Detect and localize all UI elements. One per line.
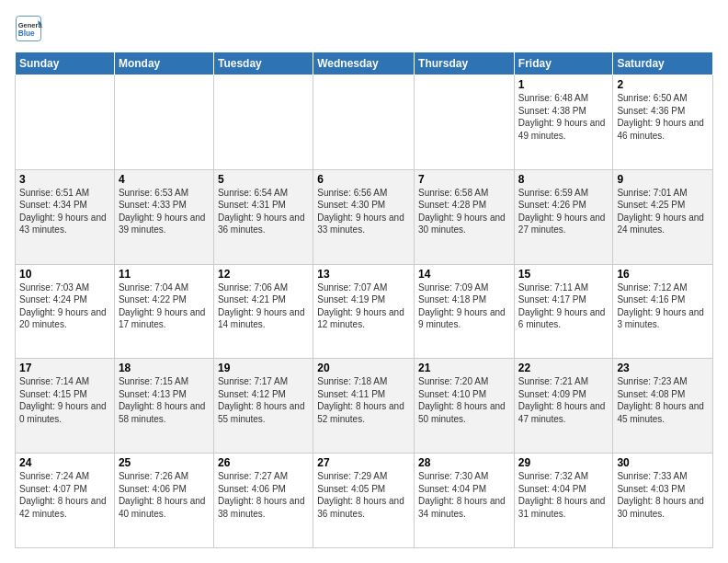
day-number: 2 <box>617 78 709 91</box>
day-number: 12 <box>218 268 309 281</box>
day-info: Sunrise: 7:17 AM Sunset: 4:12 PM Dayligh… <box>218 375 309 425</box>
day-info: Sunrise: 6:53 AM Sunset: 4:33 PM Dayligh… <box>119 187 210 236</box>
page: General Blue SundayMondayTuesdayWednesda… <box>0 0 728 563</box>
day-info: Sunrise: 6:51 AM Sunset: 4:34 PM Dayligh… <box>19 187 110 236</box>
day-number: 28 <box>418 456 510 469</box>
day-number: 19 <box>218 362 309 374</box>
day-number: 6 <box>317 173 410 186</box>
calendar-cell: 21Sunrise: 7:20 AM Sunset: 4:10 PM Dayli… <box>415 359 515 454</box>
day-number: 8 <box>518 173 609 186</box>
day-info: Sunrise: 6:59 AM Sunset: 4:26 PM Dayligh… <box>518 187 609 236</box>
calendar-cell: 13Sunrise: 7:07 AM Sunset: 4:19 PM Dayli… <box>313 264 415 359</box>
day-number: 1 <box>518 78 609 91</box>
calendar-cell: 30Sunrise: 7:33 AM Sunset: 4:03 PM Dayli… <box>613 454 713 548</box>
day-number: 24 <box>19 456 110 469</box>
day-number: 16 <box>617 268 709 281</box>
day-info: Sunrise: 7:32 AM Sunset: 4:04 PM Dayligh… <box>518 470 609 520</box>
day-info: Sunrise: 7:06 AM Sunset: 4:21 PM Dayligh… <box>218 282 309 331</box>
day-number: 3 <box>19 173 110 186</box>
day-info: Sunrise: 7:07 AM Sunset: 4:19 PM Dayligh… <box>317 282 410 331</box>
day-number: 17 <box>19 362 110 374</box>
day-info: Sunrise: 6:48 AM Sunset: 4:38 PM Dayligh… <box>518 92 609 142</box>
calendar-cell <box>415 75 515 170</box>
calendar-cell: 16Sunrise: 7:12 AM Sunset: 4:16 PM Dayli… <box>613 264 713 359</box>
logo-icon: General Blue <box>15 15 42 42</box>
calendar-cell: 24Sunrise: 7:24 AM Sunset: 4:07 PM Dayli… <box>16 454 115 548</box>
day-number: 25 <box>119 456 210 469</box>
col-header-monday: Monday <box>114 52 213 75</box>
day-info: Sunrise: 6:56 AM Sunset: 4:30 PM Dayligh… <box>317 187 410 236</box>
day-number: 13 <box>317 268 410 281</box>
calendar-cell <box>313 75 415 170</box>
day-number: 30 <box>617 456 709 469</box>
day-number: 11 <box>119 268 210 281</box>
calendar-cell <box>114 75 213 170</box>
day-info: Sunrise: 6:50 AM Sunset: 4:36 PM Dayligh… <box>617 92 709 142</box>
day-number: 23 <box>617 362 709 374</box>
day-info: Sunrise: 7:09 AM Sunset: 4:18 PM Dayligh… <box>418 282 510 331</box>
day-info: Sunrise: 7:33 AM Sunset: 4:03 PM Dayligh… <box>617 470 709 520</box>
col-header-wednesday: Wednesday <box>313 52 415 75</box>
day-info: Sunrise: 6:58 AM Sunset: 4:28 PM Dayligh… <box>418 187 510 236</box>
calendar-cell: 2Sunrise: 6:50 AM Sunset: 4:36 PM Daylig… <box>613 75 713 170</box>
day-info: Sunrise: 7:18 AM Sunset: 4:11 PM Dayligh… <box>317 375 410 425</box>
calendar-cell: 8Sunrise: 6:59 AM Sunset: 4:26 PM Daylig… <box>514 169 613 264</box>
col-header-tuesday: Tuesday <box>213 52 313 75</box>
calendar-cell: 17Sunrise: 7:14 AM Sunset: 4:15 PM Dayli… <box>16 359 115 454</box>
header: General Blue <box>15 15 713 42</box>
day-info: Sunrise: 7:23 AM Sunset: 4:08 PM Dayligh… <box>617 375 709 425</box>
calendar-cell: 27Sunrise: 7:29 AM Sunset: 4:05 PM Dayli… <box>313 454 415 548</box>
day-number: 14 <box>418 268 510 281</box>
day-number: 22 <box>518 362 609 374</box>
day-number: 9 <box>617 173 709 186</box>
day-number: 10 <box>19 268 110 281</box>
col-header-friday: Friday <box>514 52 613 75</box>
calendar-cell: 5Sunrise: 6:54 AM Sunset: 4:31 PM Daylig… <box>213 169 313 264</box>
calendar-cell: 23Sunrise: 7:23 AM Sunset: 4:08 PM Dayli… <box>613 359 713 454</box>
day-number: 27 <box>317 456 410 469</box>
day-info: Sunrise: 7:27 AM Sunset: 4:06 PM Dayligh… <box>218 470 309 520</box>
calendar-cell: 19Sunrise: 7:17 AM Sunset: 4:12 PM Dayli… <box>213 359 313 454</box>
col-header-sunday: Sunday <box>16 52 115 75</box>
day-number: 7 <box>418 173 510 186</box>
logo: General Blue <box>15 15 46 42</box>
day-info: Sunrise: 7:30 AM Sunset: 4:04 PM Dayligh… <box>418 470 510 520</box>
calendar-cell: 22Sunrise: 7:21 AM Sunset: 4:09 PM Dayli… <box>514 359 613 454</box>
day-info: Sunrise: 7:20 AM Sunset: 4:10 PM Dayligh… <box>418 375 510 425</box>
day-info: Sunrise: 6:54 AM Sunset: 4:31 PM Dayligh… <box>218 187 309 236</box>
day-number: 29 <box>518 456 609 469</box>
calendar-cell: 20Sunrise: 7:18 AM Sunset: 4:11 PM Dayli… <box>313 359 415 454</box>
svg-text:Blue: Blue <box>18 29 35 38</box>
calendar-cell: 14Sunrise: 7:09 AM Sunset: 4:18 PM Dayli… <box>415 264 515 359</box>
day-info: Sunrise: 7:29 AM Sunset: 4:05 PM Dayligh… <box>317 470 410 520</box>
calendar-cell: 9Sunrise: 7:01 AM Sunset: 4:25 PM Daylig… <box>613 169 713 264</box>
calendar-cell: 29Sunrise: 7:32 AM Sunset: 4:04 PM Dayli… <box>514 454 613 548</box>
calendar-cell: 3Sunrise: 6:51 AM Sunset: 4:34 PM Daylig… <box>16 169 115 264</box>
calendar-cell: 18Sunrise: 7:15 AM Sunset: 4:13 PM Dayli… <box>114 359 213 454</box>
day-number: 20 <box>317 362 410 374</box>
calendar-cell <box>16 75 115 170</box>
day-info: Sunrise: 7:11 AM Sunset: 4:17 PM Dayligh… <box>518 282 609 331</box>
calendar-cell: 28Sunrise: 7:30 AM Sunset: 4:04 PM Dayli… <box>415 454 515 548</box>
calendar-cell: 25Sunrise: 7:26 AM Sunset: 4:06 PM Dayli… <box>114 454 213 548</box>
calendar-cell: 7Sunrise: 6:58 AM Sunset: 4:28 PM Daylig… <box>415 169 515 264</box>
col-header-thursday: Thursday <box>415 52 515 75</box>
calendar-cell: 11Sunrise: 7:04 AM Sunset: 4:22 PM Dayli… <box>114 264 213 359</box>
day-info: Sunrise: 7:26 AM Sunset: 4:06 PM Dayligh… <box>119 470 210 520</box>
day-info: Sunrise: 7:01 AM Sunset: 4:25 PM Dayligh… <box>617 187 709 236</box>
day-info: Sunrise: 7:14 AM Sunset: 4:15 PM Dayligh… <box>19 375 110 425</box>
day-number: 4 <box>119 173 210 186</box>
calendar-table: SundayMondayTuesdayWednesdayThursdayFrid… <box>15 52 713 548</box>
day-info: Sunrise: 7:03 AM Sunset: 4:24 PM Dayligh… <box>19 282 110 331</box>
day-info: Sunrise: 7:21 AM Sunset: 4:09 PM Dayligh… <box>518 375 609 425</box>
day-number: 18 <box>119 362 210 374</box>
day-number: 15 <box>518 268 609 281</box>
day-info: Sunrise: 7:04 AM Sunset: 4:22 PM Dayligh… <box>119 282 210 331</box>
calendar-cell <box>213 75 313 170</box>
calendar-cell: 1Sunrise: 6:48 AM Sunset: 4:38 PM Daylig… <box>514 75 613 170</box>
day-number: 5 <box>218 173 309 186</box>
calendar-cell: 26Sunrise: 7:27 AM Sunset: 4:06 PM Dayli… <box>213 454 313 548</box>
col-header-saturday: Saturday <box>613 52 713 75</box>
calendar-cell: 12Sunrise: 7:06 AM Sunset: 4:21 PM Dayli… <box>213 264 313 359</box>
day-number: 26 <box>218 456 309 469</box>
